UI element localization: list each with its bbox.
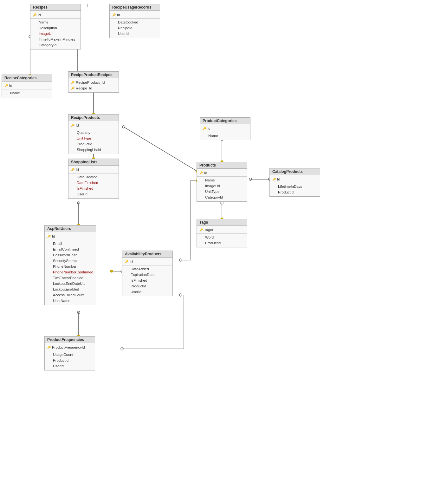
entity-recipeusagerecords: RecipeUsageRecords🔑IdDateCookedRecipeIdU… bbox=[109, 4, 160, 38]
key-icon: 🔑 bbox=[112, 13, 116, 16]
key-icon: 🔑 bbox=[272, 178, 276, 181]
diagram-container: Recipes🔑IdNameDescriptionImageUrlTimeToM… bbox=[0, 0, 447, 504]
entity-header-catalogproducts: CatalogProducts bbox=[270, 168, 320, 175]
entity-header-shoppinglists: ShoppingLists bbox=[68, 159, 119, 166]
field-name-lockoutenddateutc: LockoutEndDateUtc bbox=[53, 282, 85, 285]
field-name-id: Id bbox=[130, 260, 133, 264]
entity-header-availabilityproducts: AvailabilityProducts bbox=[122, 251, 172, 258]
field-userid: UserId bbox=[68, 191, 119, 197]
key-icon: 🔑 bbox=[47, 346, 51, 349]
field-name-userid: UserId bbox=[53, 364, 64, 368]
field-unittype: UnitType bbox=[68, 135, 119, 141]
svg-point-30 bbox=[110, 270, 113, 272]
field-userid: UserId bbox=[45, 363, 95, 369]
field-isfinished: IsFinished bbox=[68, 186, 119, 191]
field-name-userid: UserId bbox=[77, 192, 87, 196]
field-name-username: UserName bbox=[53, 299, 70, 303]
field-name-categoryid: CategoryId bbox=[39, 43, 56, 47]
field-tagid: 🔑TagId bbox=[197, 227, 247, 233]
entity-header-recipeusagerecords: RecipeUsageRecords bbox=[110, 4, 160, 11]
field-name-datecooked: DateCooked bbox=[118, 20, 138, 24]
field-name-id: Id bbox=[52, 234, 55, 238]
field-email: Email bbox=[45, 241, 96, 246]
field-name-id: Id bbox=[277, 177, 280, 181]
field-name-tagid: TagId bbox=[204, 228, 213, 232]
field-lockoutenabled: LockoutEnabled bbox=[45, 286, 96, 292]
field-productid: ProductId bbox=[68, 141, 119, 147]
entity-header-products: Products bbox=[197, 162, 247, 169]
field-usagecount: UsageCount bbox=[45, 352, 95, 357]
entity-header-recipes: Recipes bbox=[30, 4, 81, 11]
field-name-twofactorenabled: TwoFactorEnabled bbox=[53, 276, 83, 280]
field-name-quantity: Quantity bbox=[77, 131, 90, 134]
field-name-emailconfirmed: EmailConfirmed bbox=[53, 247, 79, 251]
field-name-usagecount: UsageCount bbox=[53, 353, 73, 357]
field-name-datecreated: DateCreated bbox=[77, 175, 97, 179]
svg-point-23 bbox=[221, 202, 223, 204]
field-name-productid: ProductId bbox=[205, 241, 221, 245]
field-name-isfinished: IsFinished bbox=[131, 278, 147, 282]
entity-availabilityproducts: AvailabilityProducts🔑IdDateAddedExpirati… bbox=[122, 251, 173, 296]
field-name-productfrequencyid: ProductFrequencyId bbox=[52, 345, 85, 349]
entity-products: Products🔑IdNameImageUrlUnitTypeCategoryI… bbox=[197, 162, 247, 202]
field-id: 🔑Id bbox=[45, 233, 96, 239]
field-name-id: Id bbox=[9, 84, 12, 88]
field-id: 🔑Id bbox=[68, 167, 119, 173]
entity-header-recipecategories: RecipeCategories bbox=[2, 75, 52, 82]
field-productid: ProductId bbox=[197, 240, 247, 246]
svg-point-26 bbox=[77, 202, 80, 204]
field-accessfailedcount: AccessFailedCount bbox=[45, 292, 96, 298]
field-productid: ProductId bbox=[122, 283, 172, 289]
field-name-email: Email bbox=[53, 242, 62, 245]
field-name: Name bbox=[30, 19, 81, 25]
field-unittype: UnitType bbox=[197, 189, 247, 194]
field-recipe-id: 🔑Recipe_Id bbox=[68, 85, 119, 91]
field-id: 🔑Id bbox=[200, 126, 250, 131]
field-phonenumber: PhoneNumber bbox=[45, 264, 96, 269]
field-name-timetomakeinminutes: TimeToMakeInMinutes bbox=[39, 37, 75, 41]
svg-point-20 bbox=[249, 178, 252, 180]
field-name-securitystamp: SecurityStamp bbox=[53, 259, 77, 263]
entity-recipeproducts: RecipeProducts🔑IdQuantityUnitTypeProduct… bbox=[68, 114, 119, 154]
field-id: 🔑Id bbox=[270, 176, 320, 182]
entity-tags: Tags🔑TagIdWordProductId bbox=[197, 219, 247, 247]
field-name-lockoutenabled: LockoutEnabled bbox=[53, 287, 79, 291]
field-name-lifetimeindays: LifetimeInDays bbox=[278, 185, 302, 188]
entity-header-aspnetusers: AspNetUsers bbox=[45, 226, 96, 232]
entity-productcategories: ProductCategories🔑IdName bbox=[200, 117, 250, 140]
field-productfrequencyid: 🔑ProductFrequencyId bbox=[45, 344, 95, 350]
field-name-passwordhash: PasswordHash bbox=[53, 253, 77, 257]
field-name-name: Name bbox=[39, 20, 49, 24]
entity-recipecategories: RecipeCategories🔑IdName bbox=[2, 75, 52, 97]
key-icon: 🔑 bbox=[4, 84, 8, 87]
field-name-expirationdate: ExpirationDate bbox=[131, 273, 154, 277]
field-dateadded: DateAdded bbox=[122, 266, 172, 272]
field-categoryid: CategoryId bbox=[30, 42, 81, 48]
entity-header-productfrequencies: ProductFrequencies bbox=[45, 337, 95, 343]
field-name: Name bbox=[2, 90, 52, 96]
key-icon: 🔑 bbox=[199, 228, 203, 232]
field-name-unittype: UnitType bbox=[205, 190, 219, 193]
field-imageurl: ImageUrl bbox=[30, 31, 81, 36]
svg-point-37 bbox=[179, 259, 182, 261]
field-name-imageurl: ImageUrl bbox=[39, 32, 54, 36]
entity-catalogproducts: CatalogProducts🔑IdLifetimeInDaysProductI… bbox=[269, 168, 320, 197]
field-id: 🔑Id bbox=[2, 83, 52, 88]
field-shoppinglistid: ShoppingListId bbox=[68, 147, 119, 153]
field-username: UserName bbox=[45, 298, 96, 304]
field-twofactorenabled: TwoFactorEnabled bbox=[45, 275, 96, 281]
key-icon: 🔑 bbox=[71, 87, 74, 90]
field-name-id: Id bbox=[38, 13, 41, 17]
field-name: Name bbox=[197, 177, 247, 183]
svg-point-35 bbox=[121, 348, 123, 350]
field-id: 🔑Id bbox=[30, 12, 81, 18]
field-imageurl: ImageUrl bbox=[197, 183, 247, 189]
field-datecreated: DateCreated bbox=[68, 174, 119, 180]
key-icon: 🔑 bbox=[71, 124, 74, 127]
field-datefinished: DateFinished bbox=[68, 180, 119, 186]
field-name-phonenumber: PhoneNumber bbox=[53, 265, 76, 268]
field-name-productid: ProductId bbox=[131, 284, 146, 288]
field-name-id: Id bbox=[76, 123, 79, 127]
svg-line-13 bbox=[124, 127, 197, 171]
field-name-description: Description bbox=[39, 26, 57, 30]
